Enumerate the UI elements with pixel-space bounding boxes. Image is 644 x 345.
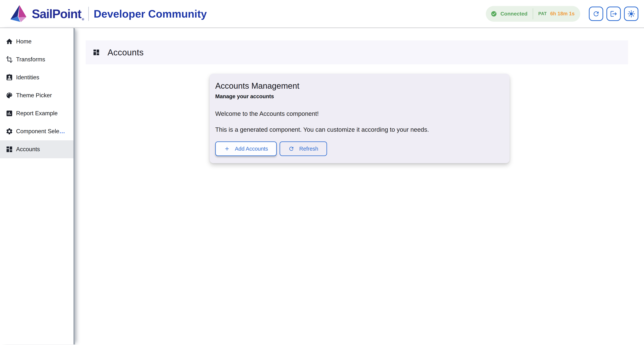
refresh-icon <box>288 146 294 152</box>
bar-chart-icon <box>6 110 13 117</box>
page-title: Accounts <box>108 47 144 58</box>
sidebar-item-label: Identities <box>16 74 39 81</box>
sidebar-item-label: Home <box>16 38 32 45</box>
brand-logo: SailPoint ® Developer Community <box>10 4 207 24</box>
card-actions: Add Accounts Refresh <box>215 141 504 156</box>
sidebar-item-theme-picker[interactable]: Theme Picker <box>0 86 75 104</box>
refresh-accounts-button[interactable]: Refresh <box>280 141 327 156</box>
header-actions: Connected PAT 6h 18m 1s <box>486 6 638 22</box>
sidebar-item-identities[interactable]: Identities <box>0 69 75 86</box>
main-content: Accounts Accounts Management Manage your… <box>75 28 644 344</box>
sidebar: Home Transforms Identities Theme Picker <box>0 28 75 344</box>
logo-divider <box>88 7 89 21</box>
card-title: Accounts Management <box>215 81 504 91</box>
logout-icon <box>610 10 618 18</box>
sailpoint-sail-logo-icon <box>10 4 29 24</box>
status-divider <box>533 9 533 19</box>
home-icon <box>6 38 13 45</box>
sidebar-item-label: Transforms <box>16 56 45 63</box>
session-timer: 6h 18m 1s <box>550 11 575 17</box>
card-subtitle: Manage your accounts <box>215 93 504 100</box>
accounts-management-card: Accounts Management Manage your accounts… <box>210 74 510 163</box>
card-paragraph: This is a generated component. You can c… <box>215 126 504 133</box>
app-header: SailPoint ® Developer Community Connecte… <box>0 0 644 28</box>
dashboard-icon <box>92 49 100 56</box>
token-type-label: PAT <box>538 11 547 16</box>
gear-icon <box>6 128 13 135</box>
status-label: Connected <box>500 11 528 17</box>
sidebar-item-transforms[interactable]: Transforms <box>0 51 75 69</box>
button-label: Add Accounts <box>235 146 268 152</box>
palette-icon <box>6 92 13 99</box>
identity-badge-icon <box>6 74 13 81</box>
sidebar-item-component-selector[interactable]: Component Sele… <box>0 122 75 140</box>
sidebar-scrollbar[interactable] <box>74 28 75 344</box>
refresh-button[interactable] <box>589 7 603 21</box>
registered-mark: ® <box>82 18 84 21</box>
theme-toggle-button[interactable] <box>624 7 638 21</box>
sidebar-item-label: Theme Picker <box>16 92 52 99</box>
plus-icon <box>224 146 230 152</box>
sidebar-item-label: Component Sele <box>16 128 59 135</box>
sidebar-item-accounts[interactable]: Accounts <box>0 140 75 158</box>
sidebar-item-report-example[interactable]: Report Example <box>0 104 75 122</box>
page-header: Accounts <box>86 41 628 64</box>
sidebar-item-label: Accounts <box>16 146 40 153</box>
sun-icon <box>628 10 635 18</box>
app-title: Developer Community <box>94 8 207 20</box>
logout-button[interactable] <box>606 7 621 21</box>
truncation-ellipsis: … <box>59 128 65 135</box>
connection-status-badge: Connected PAT 6h 18m 1s <box>486 6 580 22</box>
card-paragraph: Welcome to the Accounts component! <box>215 110 504 117</box>
refresh-icon <box>592 10 600 18</box>
check-circle-icon <box>491 11 497 17</box>
transform-icon <box>6 56 13 63</box>
add-accounts-button[interactable]: Add Accounts <box>215 141 277 156</box>
sidebar-item-label: Report Example <box>16 110 58 117</box>
header-icon-buttons <box>589 7 638 21</box>
sidebar-item-home[interactable]: Home <box>0 33 75 51</box>
brand-wordmark: SailPoint <box>32 7 81 21</box>
button-label: Refresh <box>299 146 318 152</box>
dashboard-icon <box>6 146 13 153</box>
